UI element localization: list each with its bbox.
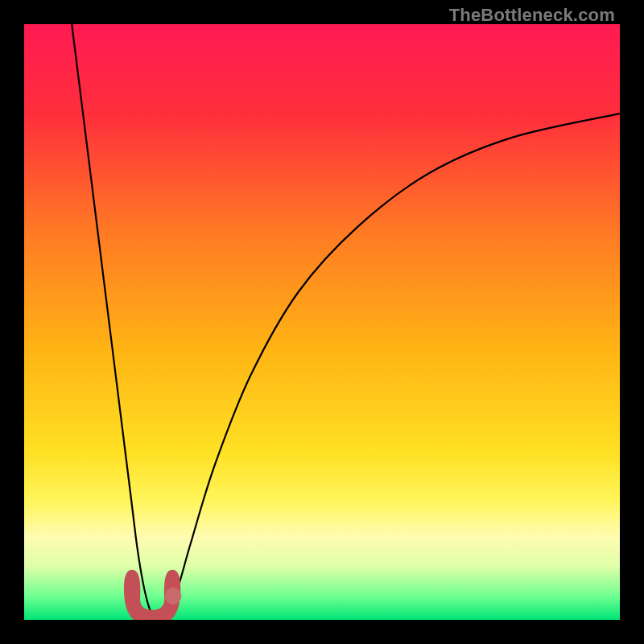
plot-area <box>24 24 620 620</box>
plot-svg <box>24 24 620 620</box>
watermark: TheBottleneck.com <box>449 5 615 26</box>
chart-frame: TheBottleneck.com <box>0 0 644 644</box>
marker-dot <box>165 588 182 605</box>
gradient-background <box>24 24 620 620</box>
